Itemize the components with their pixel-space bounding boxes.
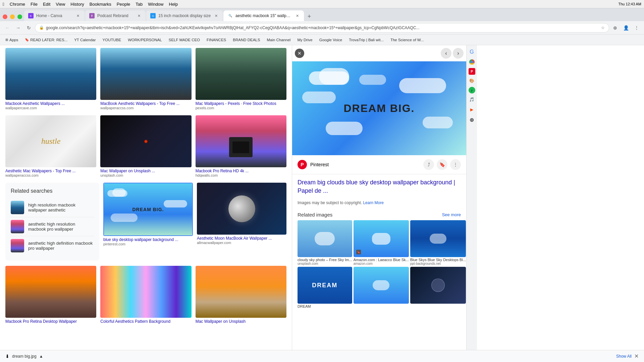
related-images-title: Related images xyxy=(298,212,332,218)
bookmark-apps[interactable]: ⊞ Apps xyxy=(3,37,21,43)
sidebar-icon-ext1[interactable]: 🎨 xyxy=(468,77,476,85)
bookmark-brand-deals[interactable]: BRAND DEALS xyxy=(230,37,263,43)
sidebar-icon-ext2[interactable]: ♪ xyxy=(469,87,475,94)
extensions-button[interactable]: ⊕ xyxy=(610,23,620,33)
sidebar-icon-chrome[interactable] xyxy=(468,58,476,66)
source-actions: ⤴ 🔖 ⋮ xyxy=(423,159,461,170)
menu-tab[interactable]: Tab xyxy=(136,2,143,7)
download-chevron[interactable]: ▲ xyxy=(39,354,43,359)
related-img-3[interactable]: DREAM DREAM xyxy=(298,267,352,308)
menu-bookmarks[interactable]: Bookmarks xyxy=(90,2,111,7)
image-item-bottom-2[interactable]: Mac Wallpaper on Unsplash xyxy=(196,266,286,324)
download-bar-close-button[interactable]: ✕ xyxy=(634,353,639,359)
viewer-close-button[interactable]: ✕ xyxy=(295,49,304,58)
image-item-bottom-0[interactable]: Macbook Pro Retina Desktop Wallpaper xyxy=(5,266,96,324)
browser-frame: C Home - Canva ✕ 🎙 Podcast Rebrand ✕ G 1… xyxy=(0,8,644,362)
related-img-1[interactable]: 🔖 Amazon.com : Laeacco Blue Sk... amazon… xyxy=(354,220,409,265)
menu-view[interactable]: View xyxy=(56,2,65,7)
window-controls xyxy=(3,14,22,21)
bookmark-youtube[interactable]: YOUTUBE xyxy=(100,37,124,43)
sidebar-icon-ext4[interactable]: ▶ xyxy=(468,106,476,114)
window-maximize-button[interactable] xyxy=(17,14,22,19)
sidebar-icon-0[interactable]: G xyxy=(468,48,476,56)
related-img-5[interactable] xyxy=(410,267,466,308)
tab-close-macbook-size[interactable]: ✕ xyxy=(213,13,219,18)
window-minimize-button[interactable] xyxy=(10,14,15,19)
menu-file[interactable]: File xyxy=(31,2,38,7)
image-grid-bottom: Macbook Pro Retina Desktop Wallpaper Col… xyxy=(5,266,286,324)
viewer-copyright: Images may be subject to copyright. Lear… xyxy=(292,199,466,209)
related-img-caption-1: Amazon.com : Laeacco Blue Sk... xyxy=(354,258,409,262)
menu-help[interactable]: Help xyxy=(169,2,178,7)
menu-people[interactable]: People xyxy=(117,2,130,7)
menu-history[interactable]: History xyxy=(70,2,84,7)
save-button[interactable]: 🔖 xyxy=(437,159,447,170)
profile-button[interactable]: 👤 xyxy=(621,23,631,33)
see-more-button[interactable]: See more xyxy=(442,212,461,217)
bookmark-yt-calendar[interactable]: YT Calendar xyxy=(71,37,98,43)
show-all-button[interactable]: Show All xyxy=(616,354,632,359)
bookmark-main-channel[interactable]: Main Channel xyxy=(264,37,293,43)
reload-button[interactable]: ↻ xyxy=(24,23,34,33)
learn-more-link[interactable]: Learn More xyxy=(363,200,383,205)
bookmark-label-trovatrip: TrovaTrip | Bali wit... xyxy=(349,38,384,42)
bookmark-trovatrip[interactable]: TrovaTrip | Bali wit... xyxy=(346,37,386,43)
menu-chrome[interactable]: Chrome xyxy=(10,2,25,7)
share-button[interactable]: ⤴ xyxy=(423,159,434,170)
viewer-next-button[interactable]: › xyxy=(453,48,464,59)
bookmark-work[interactable]: WORK/PERSONAL xyxy=(125,37,165,43)
new-tab-button[interactable]: + xyxy=(305,12,314,21)
bookmark-label-my-drive: My Drive xyxy=(297,38,312,42)
viewer-main-image: DREAM BIG. xyxy=(292,61,466,155)
menu-window[interactable]: Window xyxy=(148,2,163,7)
star-icon[interactable]: ☆ xyxy=(601,25,605,30)
bookmark-finances[interactable]: FINANCES xyxy=(204,37,229,43)
image-item-sky-dream[interactable]: DREAM BIG. blue sky desktop wallpaper ba… xyxy=(103,183,193,260)
tab-macbook-size[interactable]: G 15 inch macbook display size ✕ xyxy=(146,10,223,21)
tab-wallpaper[interactable]: 🔍 aesthetic macbook 15" wallpa... ✕ xyxy=(223,10,304,21)
window-close-button[interactable] xyxy=(3,14,7,19)
sidebar-icon-red[interactable]: P xyxy=(469,68,475,75)
source-logo: P xyxy=(298,160,307,169)
forward-button[interactable]: → xyxy=(13,23,23,33)
image-source-0: wallpapercave.com xyxy=(5,106,96,110)
download-filename: dream big.jpg xyxy=(12,354,37,359)
chrome-sidebar: G P 🎨 ♪ 🎵 ▶ ⊕ xyxy=(466,45,477,362)
image-item-5[interactable]: Macbook Pro Retina HD 4k ... hdqwalls.co… xyxy=(196,115,286,177)
image-item-bottom-1[interactable]: Colorful Aesthetics Pattern Background xyxy=(100,266,191,324)
menu-edit[interactable]: Edit xyxy=(43,2,50,7)
viewer-title: Dream big clouds blue sky desktop wallpa… xyxy=(292,174,466,199)
viewer-prev-button[interactable]: ‹ xyxy=(441,48,451,59)
bookmark-my-drive[interactable]: My Drive xyxy=(294,37,315,43)
related-img-thumb-5 xyxy=(410,267,466,304)
tab-close-podcast[interactable]: ✕ xyxy=(136,13,142,18)
related-img-caption-3: DREAM xyxy=(298,304,352,308)
sidebar-icon-ext5[interactable]: ⊕ xyxy=(468,116,476,124)
related-item-0[interactable]: high resolution macbook wallpaper aesthe… xyxy=(11,198,94,217)
image-item-4[interactable]: Mac Wallpaper on Unsplash ... unsplash.c… xyxy=(100,115,191,177)
tab-close-wallpaper[interactable]: ✕ xyxy=(294,13,300,18)
related-img-2[interactable]: Blue Skys Blue Sky Desktops Bl... ppt-ba… xyxy=(410,220,466,265)
image-item-3[interactable]: hustle Aesthetic Mac Wallpapers - Top Fr… xyxy=(5,115,96,177)
image-item-moon[interactable]: Aesthetic Moon MacBook Air Wallpaper ...… xyxy=(197,183,286,260)
url-bar[interactable]: 🔒 google.com/search?q=aesthetic+macbook+… xyxy=(35,23,609,33)
tab-podcast[interactable]: 🎙 Podcast Rebrand ✕ xyxy=(85,10,146,21)
bookmark-read-later[interactable]: 🔖 READ LATER: RES... xyxy=(22,37,70,43)
bookmark-selfmade[interactable]: SELF MADE CEO xyxy=(166,37,203,43)
more-button[interactable]: ⋮ xyxy=(632,23,641,33)
more-options-button[interactable]: ⋮ xyxy=(450,159,461,170)
image-item-0[interactable]: Macbook Aesthetic Wallpapers ... wallpap… xyxy=(5,48,96,110)
bookmark-google-voice[interactable]: Google Voice xyxy=(317,37,345,43)
related-item-1[interactable]: aesthetic high resolution macbook pro wa… xyxy=(11,217,94,236)
back-button[interactable]: ← xyxy=(3,23,12,33)
apple-menu[interactable]:  xyxy=(3,2,4,7)
related-img-4[interactable] xyxy=(354,267,409,308)
related-item-2[interactable]: aesthetic high definition macbook pro wa… xyxy=(11,236,94,255)
related-img-0[interactable]: cloudy sky photo – Free Sky Im... unspla… xyxy=(298,220,352,265)
image-item-2[interactable]: Mac Wallpapers - Pexels · Free Stock Pho… xyxy=(196,48,286,110)
sidebar-icon-ext3[interactable]: 🎵 xyxy=(468,96,476,104)
tab-canva[interactable]: C Home - Canva ✕ xyxy=(24,10,85,21)
image-item-1[interactable]: MacBook Aesthetic Wallpapers - Top Free … xyxy=(100,48,191,110)
tab-close-canva[interactable]: ✕ xyxy=(75,13,80,18)
bookmark-science[interactable]: The Science of W... xyxy=(388,37,427,43)
